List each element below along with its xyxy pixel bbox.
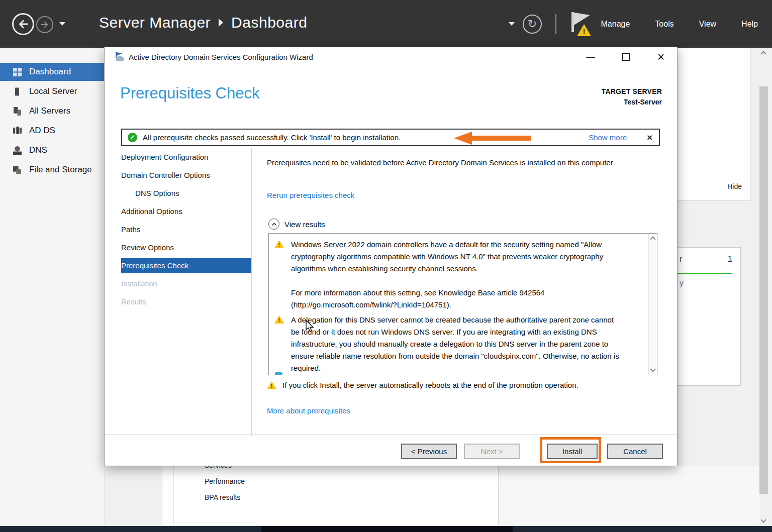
arrow-left-icon	[17, 18, 30, 31]
results-box: ! Windows Server 2022 domain controllers…	[268, 233, 657, 375]
forward-button[interactable]	[36, 16, 53, 33]
sidebar-item-dns[interactable]: DNS	[0, 141, 105, 159]
breadcrumb-root[interactable]: Server Manager	[99, 14, 211, 31]
warning-text: A delegation for this DNS server cannot …	[291, 314, 620, 374]
wizard-app-icon	[114, 52, 125, 63]
scroll-down-icon[interactable]	[650, 366, 655, 372]
status-banner: ✓ All prerequisite checks passed success…	[121, 129, 660, 146]
show-more-link[interactable]: Show more	[589, 133, 627, 142]
reboot-warning-row: ! If you click Install, the server autom…	[267, 381, 649, 389]
close-icon: ×	[657, 50, 665, 64]
warning-text: Windows Server 2022 domain controllers h…	[291, 239, 620, 311]
warning-icon: !	[274, 240, 284, 248]
servers-icon	[13, 107, 22, 116]
scrollbar-thumb[interactable]	[759, 86, 768, 494]
annotation-arrow	[454, 131, 532, 145]
warning-icon: !	[274, 315, 284, 324]
maximize-button[interactable]	[616, 48, 635, 65]
next-button[interactable]: Next >	[464, 444, 520, 459]
taskbar-segment	[261, 526, 513, 532]
step-results: Results	[121, 294, 251, 309]
nav-history-caret[interactable]	[59, 22, 65, 26]
back-button[interactable]	[12, 13, 34, 35]
step-dns-options[interactable]: DNS Options	[121, 186, 251, 201]
bg-link-performance[interactable]: Performance	[205, 477, 245, 485]
success-check-icon: ✓	[128, 133, 137, 142]
sidebar-item-dashboard[interactable]: Dashboard	[0, 63, 105, 81]
notifications-flag-button[interactable]: !	[568, 11, 593, 38]
sidebar-divider	[0, 61, 105, 61]
sidebar-item-file-storage[interactable]: File and Storage	[0, 161, 105, 179]
breadcrumb-current: Dashboard	[231, 14, 307, 31]
cancel-button[interactable]: Cancel	[607, 444, 663, 459]
step-additional-options[interactable]: Additional Options	[121, 204, 251, 219]
banner-close-icon[interactable]: ×	[647, 132, 652, 143]
rerun-check-link[interactable]: Rerun prerequisites check	[267, 191, 354, 199]
bg-list-panel-right	[499, 466, 759, 525]
sidebar-item-all-servers[interactable]: All Servers	[0, 102, 105, 120]
refresh-button[interactable]: ↻	[523, 15, 542, 34]
sidebar-item-local-server[interactable]: Local Server	[0, 82, 105, 100]
scroll-down-icon[interactable]	[760, 517, 766, 522]
minimize-icon: —	[586, 52, 595, 62]
maximize-icon	[622, 53, 630, 61]
mouse-cursor	[305, 320, 315, 333]
dns-icon	[13, 146, 22, 155]
app-topbar: Server Manager Dashboard ↻ ! Manage Tool…	[0, 0, 772, 48]
tile-row-fragment[interactable]: y	[680, 279, 684, 288]
menu-view[interactable]: View	[699, 20, 716, 29]
server-manager-screen: Server Manager Dashboard ↻ ! Manage Tool…	[0, 0, 772, 532]
step-prerequisites-check[interactable]: Prerequisites Check	[121, 258, 251, 273]
page-title: Prerequisites Check	[120, 84, 259, 102]
server-icon	[13, 87, 21, 96]
wizard-titlebar: Active Directory Domain Services Configu…	[105, 47, 677, 67]
view-results-label: View results	[284, 220, 325, 229]
step-paths[interactable]: Paths	[121, 222, 251, 237]
topbar-divider	[555, 14, 556, 34]
wizard-title: Active Directory Domain Services Configu…	[129, 53, 313, 61]
hide-button[interactable]: Hide	[727, 182, 742, 190]
more-about-link[interactable]: More about prerequisites	[267, 406, 350, 415]
refresh-caret[interactable]	[509, 22, 515, 26]
scroll-up-icon[interactable]	[650, 236, 655, 242]
close-button[interactable]: ×	[651, 48, 670, 65]
breadcrumb: Server Manager Dashboard	[99, 14, 307, 31]
bg-link-services[interactable]: Services	[205, 466, 232, 469]
app-scrollbar[interactable]	[759, 48, 768, 526]
step-review-options[interactable]: Review Options	[121, 240, 251, 255]
file-storage-icon	[13, 166, 22, 174]
menu-tools[interactable]: Tools	[655, 20, 673, 29]
reboot-warning-text: If you click Install, the server automat…	[282, 381, 578, 389]
refresh-icon: ↻	[528, 18, 537, 31]
sidebar-item-ad-ds[interactable]: AD DS	[0, 122, 105, 140]
install-button[interactable]: Install	[547, 444, 598, 459]
scroll-up-icon[interactable]	[760, 51, 766, 56]
previous-button[interactable]: < Previous	[401, 444, 457, 459]
bg-detail-panel: Hide	[677, 48, 750, 201]
step-domain-controller-options[interactable]: Domain Controller Options	[121, 168, 251, 183]
step-deployment-configuration[interactable]: Deployment Configuration	[121, 150, 251, 165]
results-scrollbar[interactable]	[648, 234, 657, 375]
menu-manage[interactable]: Manage	[601, 20, 630, 29]
wizard-window: Active Directory Domain Services Configu…	[104, 47, 678, 466]
taskbar	[0, 526, 772, 532]
target-server-name: Test-Server	[602, 98, 662, 106]
sidebar-nav: Dashboard Local Server All Servers AD DS…	[0, 48, 105, 526]
target-server-label: TARGET SERVER	[602, 87, 662, 95]
tile-count: 1	[728, 254, 732, 264]
intro-text: Prerequisites need to be validated befor…	[267, 157, 619, 169]
steps-divider	[251, 148, 252, 436]
clipped-info-icon	[275, 372, 282, 375]
bg-link-bpa-results[interactable]: BPA results	[205, 493, 240, 501]
bg-roles-tile: r 1 y	[677, 247, 741, 386]
chevron-up-icon	[268, 219, 279, 230]
view-results-toggle[interactable]: View results	[268, 219, 325, 230]
dashboard-grid-icon	[13, 68, 22, 76]
minimize-button[interactable]: —	[581, 48, 600, 65]
arrow-right-icon	[40, 20, 50, 30]
menu-help[interactable]: Help	[741, 20, 758, 29]
bg-roles-list: Services Performance BPA results	[105, 466, 759, 526]
breadcrumb-separator-icon	[219, 19, 223, 27]
footer-divider	[105, 434, 677, 435]
ad-ds-icon	[13, 127, 22, 135]
